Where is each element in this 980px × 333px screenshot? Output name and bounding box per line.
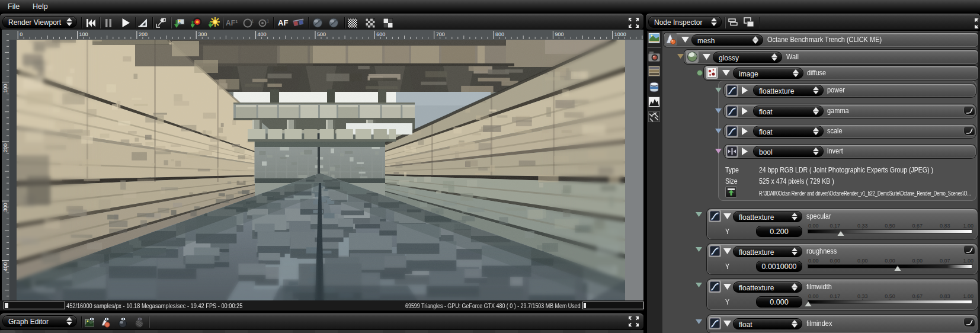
svg-text:400: 400	[258, 31, 267, 37]
svg-text:1: 1	[267, 18, 270, 24]
svg-text:0.83: 0.83	[940, 293, 950, 299]
svg-text:0.50: 0.50	[885, 223, 895, 229]
svg-text:0.67: 0.67	[912, 223, 923, 229]
svg-text:0.67: 0.67	[912, 293, 923, 299]
svg-text:500: 500	[317, 31, 326, 37]
svg-text:1.00: 1.00	[963, 223, 973, 229]
svg-text:0.33: 0.33	[857, 223, 868, 229]
svg-text:800: 800	[495, 31, 504, 37]
svg-text:200: 200	[2, 143, 8, 152]
svg-text:0.17: 0.17	[830, 293, 841, 299]
svg-text:0.00: 0.00	[830, 258, 841, 264]
svg-text:300: 300	[198, 31, 207, 37]
svg-text:0.00: 0.00	[808, 223, 819, 229]
svg-text:1: 1	[251, 18, 254, 24]
svg-text:0.83: 0.83	[940, 223, 950, 229]
svg-text:200: 200	[139, 31, 148, 37]
svg-text:700: 700	[436, 31, 445, 37]
svg-text:0.07: 0.07	[940, 258, 950, 264]
svg-text:0: 0	[20, 31, 23, 37]
svg-text:600: 600	[376, 31, 385, 37]
svg-text:1.00: 1.00	[963, 258, 973, 264]
svg-text:0.00: 0.00	[808, 258, 819, 264]
svg-text:1000: 1000	[614, 31, 626, 37]
svg-text:0.33: 0.33	[857, 293, 868, 299]
svg-text:100: 100	[79, 31, 88, 37]
svg-text:0.50: 0.50	[885, 293, 895, 299]
svg-text:0.00: 0.00	[885, 258, 895, 264]
svg-text:0.00: 0.00	[857, 258, 868, 264]
svg-text:0.00: 0.00	[808, 293, 819, 299]
svg-text:1.00: 1.00	[963, 293, 973, 299]
svg-text:400: 400	[2, 262, 8, 271]
svg-text:900: 900	[555, 31, 563, 37]
svg-text:0.17: 0.17	[830, 223, 841, 229]
svg-text:0.00: 0.00	[912, 258, 923, 264]
